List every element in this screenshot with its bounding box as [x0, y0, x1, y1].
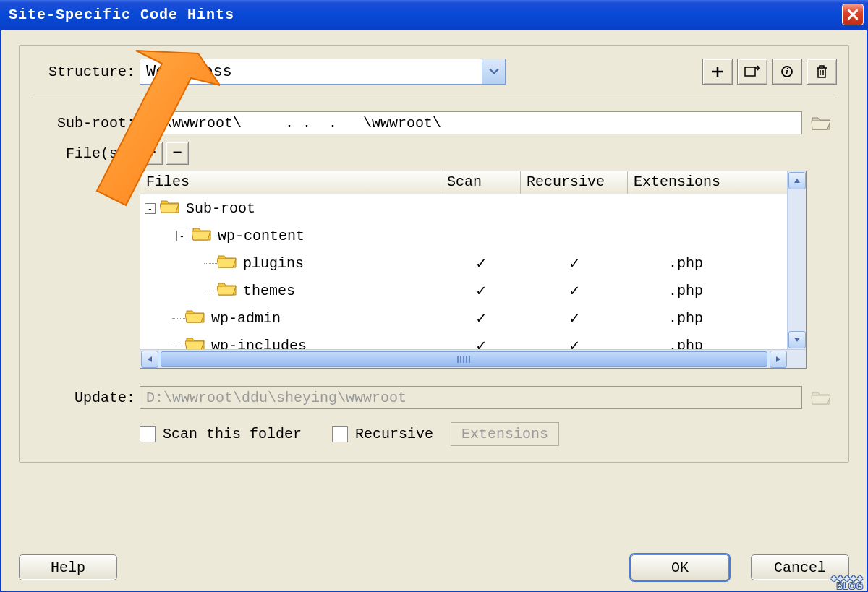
close-button[interactable] — [842, 4, 864, 25]
tree-item-label: plugins — [243, 255, 304, 272]
tree-body: -Sub-root-wp-contentplugins✓✓.phpthemes✓… — [140, 194, 806, 368]
structure-combo[interactable]: Wordpress — [140, 59, 506, 85]
browse-subroot-button[interactable] — [811, 111, 837, 134]
subroot-row: Sub-root: — [31, 111, 837, 134]
tree-item-label: wp-content — [218, 228, 305, 244]
structure-value: Wordpress — [140, 59, 482, 84]
extensions-cell: .php — [628, 283, 806, 299]
dialog-body: Structure: Wordpress i — [0, 29, 868, 592]
recursive-cell: ✓ — [521, 309, 628, 328]
col-recursive[interactable]: Recursive — [521, 171, 628, 194]
col-scan[interactable]: Scan — [441, 171, 521, 194]
add-file-button[interactable]: + — [140, 142, 163, 165]
combo-dropdown-icon[interactable] — [482, 59, 505, 84]
files-row: File(s): + − — [31, 142, 837, 165]
svg-text:i: i — [786, 67, 788, 77]
recursive-cell: ✓ — [521, 254, 628, 273]
footer: Help OK Cancel — [1, 554, 867, 580]
col-files[interactable]: Files — [140, 171, 441, 194]
divider — [31, 98, 837, 98]
folder-icon — [192, 225, 218, 246]
delete-structure-button[interactable] — [807, 59, 837, 85]
tree-item-label: wp-admin — [211, 310, 281, 327]
browse-update-button — [811, 386, 837, 409]
subroot-input[interactable] — [140, 111, 802, 134]
scroll-up-icon[interactable] — [788, 172, 806, 189]
tree-header: Files Scan Recursive Extensions — [140, 171, 806, 194]
watermark: ◆◆◆◆◆ BLOG — [831, 575, 864, 591]
remove-file-button[interactable]: − — [166, 142, 189, 165]
tree-row[interactable]: -Sub-root — [140, 194, 806, 222]
rename-structure-button[interactable]: i — [772, 59, 802, 85]
folder-icon — [217, 252, 243, 274]
ok-button[interactable]: OK — [631, 554, 729, 580]
update-row: Update: — [31, 386, 837, 409]
structure-row: Structure: Wordpress i — [31, 59, 837, 85]
extensions-cell: .php — [628, 310, 806, 327]
folder-icon — [217, 280, 243, 301]
structure-toolbar: i — [702, 59, 837, 85]
col-extensions[interactable]: Extensions — [628, 171, 806, 194]
recursive-checkbox[interactable] — [332, 426, 348, 442]
svg-rect-0 — [745, 67, 755, 76]
scroll-thumb[interactable] — [161, 351, 767, 367]
files-label: File(s): — [31, 145, 140, 162]
structure-label: Structure: — [31, 64, 140, 80]
tree-toggle[interactable]: - — [145, 203, 156, 214]
main-panel: Structure: Wordpress i — [19, 45, 849, 463]
update-label: Update: — [31, 390, 140, 406]
tree-row[interactable]: plugins✓✓.php — [140, 249, 806, 277]
recursive-cell: ✓ — [521, 281, 628, 301]
options-row: Scan this folder Recursive Extensions — [140, 422, 837, 446]
folder-icon — [160, 197, 186, 219]
scroll-down-icon[interactable] — [788, 331, 806, 348]
tree-row[interactable]: themes✓✓.php — [140, 277, 806, 304]
scan-folder-checkbox[interactable] — [140, 426, 156, 442]
scroll-left-icon[interactable] — [141, 351, 158, 368]
scan-cell: ✓ — [441, 309, 521, 328]
subroot-label: Sub-root: — [31, 115, 140, 132]
tree-row[interactable]: -wp-content — [140, 222, 806, 249]
folder-icon — [185, 307, 211, 329]
scan-cell: ✓ — [441, 254, 521, 273]
scroll-right-icon[interactable] — [770, 351, 787, 368]
tree-row[interactable]: wp-admin✓✓.php — [140, 304, 806, 332]
tree-item-label: themes — [243, 283, 295, 299]
window-title: Site-Specific Code Hints — [9, 7, 234, 23]
titlebar: Site-Specific Code Hints — [0, 0, 868, 29]
update-input — [140, 386, 802, 409]
scan-folder-label: Scan this folder — [163, 426, 302, 442]
tree-item-label: Sub-root — [186, 200, 255, 217]
horizontal-scrollbar[interactable] — [140, 349, 806, 368]
scan-cell: ✓ — [441, 281, 521, 301]
vertical-scrollbar[interactable] — [787, 171, 806, 349]
extensions-button: Extensions — [451, 422, 559, 446]
import-structure-button[interactable] — [737, 59, 767, 85]
tree-toggle[interactable]: - — [176, 231, 187, 241]
extensions-cell: .php — [628, 255, 806, 272]
add-structure-button[interactable] — [702, 59, 733, 85]
help-button[interactable]: Help — [19, 554, 117, 580]
recursive-label: Recursive — [355, 426, 433, 442]
files-tree: Files Scan Recursive Extensions -Sub-roo… — [140, 171, 807, 369]
